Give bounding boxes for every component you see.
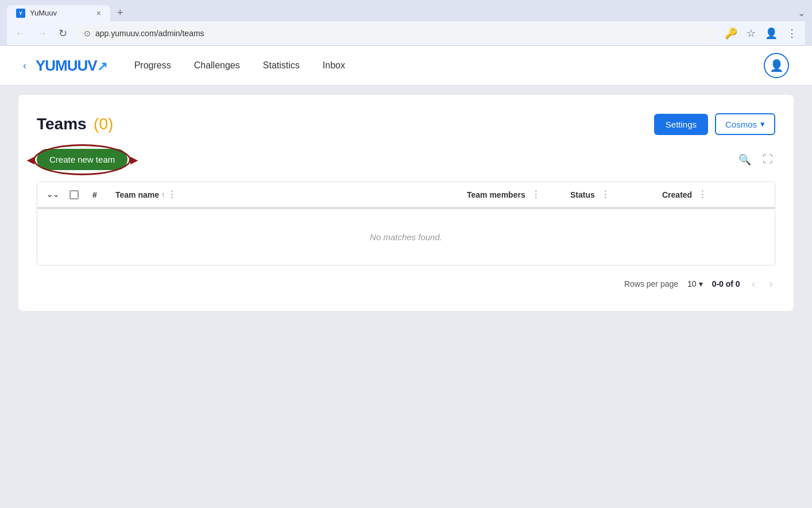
page-title: Teams (0): [37, 115, 113, 133]
refresh-btn[interactable]: ↻: [55, 25, 71, 42]
rows-per-page-label: Rows per page: [624, 279, 678, 288]
teams-table: ⌄⌄ # Team name ↑ ⋮ Team members: [37, 182, 775, 265]
tab-favicon: Y: [16, 9, 25, 18]
nav-link-inbox[interactable]: Inbox: [323, 60, 345, 71]
user-avatar[interactable]: 👤: [764, 53, 789, 78]
create-btn-wrapper: Create new team ◀ ▶: [37, 149, 127, 170]
annotation-arrow-left: ◀: [27, 154, 34, 165]
collapse-icon: ⌄⌄: [47, 190, 59, 199]
next-page-btn[interactable]: ›: [767, 275, 775, 293]
created-menu[interactable]: ⋮: [698, 189, 707, 200]
team-members-menu[interactable]: ⋮: [531, 189, 540, 200]
table-empty-message: No matches found.: [37, 209, 775, 265]
col-number: #: [92, 190, 115, 199]
page-title-count: (0): [94, 115, 113, 133]
settings-btn[interactable]: Settings: [654, 114, 708, 135]
logo-text: YUMUUV↗: [36, 56, 107, 75]
bookmark-btn[interactable]: ☆: [743, 25, 759, 42]
cosmos-arrow: ▾: [760, 119, 765, 129]
tab-dropdown-btn[interactable]: ⌄: [798, 7, 805, 18]
menu-btn[interactable]: ⋮: [783, 25, 801, 42]
nav-link-statistics[interactable]: Statistics: [263, 60, 300, 71]
nav-link-progress[interactable]: Progress: [134, 60, 171, 71]
rows-arrow: ▾: [699, 279, 703, 288]
col-created[interactable]: Created ⋮: [662, 189, 765, 200]
col-team-name[interactable]: Team name ↑ ⋮: [115, 189, 467, 200]
rows-per-page-select[interactable]: 10 ▾: [687, 279, 703, 288]
sort-asc-icon: ↑: [161, 191, 165, 199]
main-content: Teams (0) Settings Cosmos ▾ Create new t…: [18, 95, 794, 311]
logo: YUMUUV↗: [36, 56, 107, 75]
search-icon-btn[interactable]: 🔍: [736, 151, 753, 168]
browser-tab[interactable]: Y YuMuuv ×: [7, 5, 110, 21]
user-icon: 👤: [770, 59, 784, 72]
cosmos-btn[interactable]: Cosmos ▾: [715, 113, 775, 135]
col-status[interactable]: Status ⋮: [570, 189, 662, 200]
table-header: ⌄⌄ # Team name ↑ ⋮ Team members: [37, 182, 775, 208]
create-new-team-btn[interactable]: Create new team: [37, 149, 127, 170]
back-btn[interactable]: ←: [11, 25, 29, 42]
profile-btn[interactable]: 👤: [761, 25, 781, 42]
header-actions: Settings Cosmos ▾: [654, 113, 775, 135]
status-menu[interactable]: ⋮: [601, 189, 610, 200]
address-bar[interactable]: ⊙ app.yumuuv.com/admin/teams: [75, 25, 717, 42]
nav-back-btn[interactable]: ‹: [23, 60, 26, 72]
col-checkbox[interactable]: [69, 190, 92, 199]
page-info: 0-0 of 0: [712, 279, 740, 288]
expand-icon-btn[interactable]: ⛶: [760, 151, 775, 168]
prev-page-btn[interactable]: ‹: [749, 275, 758, 293]
checkbox-icon: [69, 190, 79, 199]
annotation-arrow-right: ▶: [130, 154, 137, 165]
forward-btn[interactable]: →: [33, 25, 51, 42]
pagination-row: Rows per page 10 ▾ 0-0 of 0 ‹ ›: [37, 265, 775, 293]
address-icon: ⊙: [84, 29, 91, 38]
toolbar-icons: 🔍 ⛶: [736, 151, 775, 168]
password-icon-btn[interactable]: 🔑: [721, 25, 741, 42]
nav-link-challenges[interactable]: Challenges: [194, 60, 240, 71]
nav-links: Progress Challenges Statistics Inbox: [134, 60, 345, 71]
team-name-menu[interactable]: ⋮: [167, 189, 176, 200]
tab-title: YuMuuv: [30, 9, 92, 17]
page-header: Teams (0) Settings Cosmos ▾: [37, 113, 775, 135]
tab-close-btn[interactable]: ×: [96, 9, 101, 18]
new-tab-btn[interactable]: +: [113, 5, 128, 21]
col-team-members[interactable]: Team members ⋮: [467, 189, 570, 200]
address-text: app.yumuuv.com/admin/teams: [95, 29, 708, 38]
toolbar-row: Create new team ◀ ▶ 🔍 ⛶: [37, 149, 775, 170]
col-collapse[interactable]: ⌄⌄: [47, 190, 69, 199]
